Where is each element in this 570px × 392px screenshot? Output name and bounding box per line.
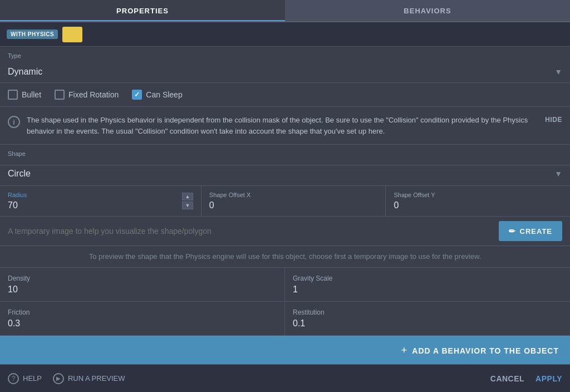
info-icon: i (8, 116, 20, 128)
bullet-label: Bullet (22, 90, 41, 99)
radius-cell: Radius 70 ▲ ▼ (0, 186, 202, 216)
preview-badge: WITH PHYSICS (7, 30, 58, 39)
shape-offset-y-label: Shape Offset Y (394, 192, 562, 198)
play-icon: ▶ (53, 373, 64, 384)
tab-behaviors[interactable]: BEHAVIORS (285, 0, 570, 21)
density-value[interactable]: 10 (8, 285, 277, 295)
stepper-up[interactable]: ▲ (182, 193, 193, 200)
restitution-cell: Restitution 0.1 (285, 302, 570, 335)
help-item[interactable]: ? HELP (8, 373, 42, 384)
add-icon: + (401, 345, 408, 356)
temp-image-row: ✏ CREATE (0, 217, 570, 246)
restitution-value[interactable]: 0.1 (293, 318, 562, 329)
shape-offset-y-value[interactable]: 0 (394, 200, 562, 210)
type-value: Dynamic (8, 67, 554, 77)
add-behavior-label: ADD A BEHAVIOR TO THE OBJECT (412, 346, 559, 355)
help-icon: ? (8, 373, 19, 384)
tab-bar: PROPERTIES BEHAVIORS (0, 0, 570, 22)
add-behavior-bar[interactable]: + ADD A BEHAVIOR TO THE OBJECT (0, 336, 570, 365)
type-dropdown[interactable]: Dynamic ▼ (0, 61, 570, 83)
gravity-scale-cell: Gravity Scale 1 (285, 268, 570, 302)
fixed-rotation-label: Fixed Rotation (68, 90, 119, 99)
radius-stepper[interactable]: ▲ ▼ (182, 193, 193, 209)
density-cell: Density 10 (0, 268, 285, 302)
radius-inner: Radius 70 (8, 186, 178, 216)
create-label: CREATE (520, 227, 552, 236)
radius-label: Radius (8, 192, 178, 198)
run-preview-item[interactable]: ▶ RUN A PREVIEW (53, 373, 125, 384)
shape-dropdown[interactable]: Circle ▼ (0, 165, 570, 186)
checkboxes-row: Bullet Fixed Rotation Can Sleep (0, 83, 570, 107)
friction-value[interactable]: 0.3 (8, 318, 277, 329)
create-icon: ✏ (509, 227, 516, 236)
can-sleep-label: Can Sleep (146, 90, 182, 99)
gravity-scale-value[interactable]: 1 (293, 285, 562, 295)
apply-button[interactable]: APPLY (535, 374, 562, 383)
can-sleep-checkbox[interactable] (132, 90, 142, 100)
can-sleep-checkbox-item[interactable]: Can Sleep (132, 90, 182, 100)
shape-offset-x-value[interactable]: 0 (209, 200, 378, 210)
footer: ? HELP ▶ RUN A PREVIEW CANCEL APPLY (0, 364, 570, 392)
shape-offset-x-label: Shape Offset X (209, 192, 378, 198)
physics-grid: Density 10 Gravity Scale 1 Friction 0.3 … (0, 268, 570, 336)
type-label: Type (8, 52, 562, 59)
preview-strip: WITH PHYSICS (0, 22, 570, 47)
shape-dropdown-arrow: ▼ (554, 169, 562, 178)
density-label: Density (8, 275, 277, 282)
help-label: HELP (23, 374, 42, 383)
info-text: The shape used in the Physics behavior i… (27, 115, 538, 136)
shape-value: Circle (8, 169, 554, 179)
preview-hint: To preview the shape that the Physics en… (0, 246, 570, 268)
bullet-checkbox[interactable] (8, 90, 18, 100)
run-label: RUN A PREVIEW (68, 374, 125, 383)
stepper-down[interactable]: ▼ (182, 202, 193, 209)
dimensions-row: Radius 70 ▲ ▼ Shape Offset X 0 Shape Off… (0, 186, 570, 217)
gravity-scale-label: Gravity Scale (293, 275, 562, 282)
hide-button[interactable]: HIDE (545, 116, 562, 124)
preview-thumbnail (62, 27, 82, 42)
restitution-label: Restitution (293, 308, 562, 316)
tab-properties[interactable]: PROPERTIES (0, 0, 285, 21)
radius-value[interactable]: 70 (8, 200, 178, 210)
footer-left: ? HELP ▶ RUN A PREVIEW (8, 373, 490, 384)
fixed-rotation-checkbox[interactable] (55, 90, 65, 100)
shape-offset-x-cell: Shape Offset X 0 (202, 186, 386, 216)
shape-label: Shape (8, 150, 562, 157)
friction-label: Friction (8, 308, 277, 316)
cancel-button[interactable]: CANCEL (490, 374, 524, 383)
info-box: i The shape used in the Physics behavior… (0, 107, 570, 145)
bullet-checkbox-item[interactable]: Bullet (8, 90, 41, 100)
type-dropdown-arrow: ▼ (554, 67, 562, 76)
fixed-rotation-checkbox-item[interactable]: Fixed Rotation (55, 90, 119, 100)
temp-image-input[interactable] (8, 227, 493, 236)
type-section: Type (0, 47, 570, 59)
create-button[interactable]: ✏ CREATE (499, 221, 562, 241)
shape-offset-y-cell: Shape Offset Y 0 (386, 186, 570, 216)
friction-cell: Friction 0.3 (0, 302, 285, 335)
shape-section: Shape (0, 145, 570, 165)
footer-right: CANCEL APPLY (490, 374, 562, 383)
